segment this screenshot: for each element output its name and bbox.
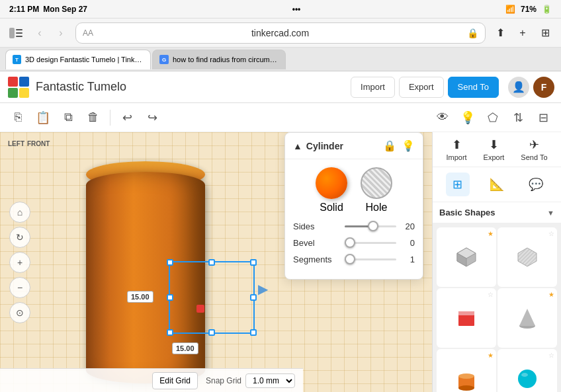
battery-display: 71% <box>521 5 537 14</box>
solid-option[interactable]: Solid <box>316 167 347 214</box>
export-action[interactable]: ⬇ Export <box>484 137 505 161</box>
tabs-button[interactable]: ⊞ <box>536 24 554 42</box>
bevel-thumb[interactable] <box>345 237 355 248</box>
handle-mr[interactable] <box>250 294 257 301</box>
svg-rect-2 <box>16 32 22 34</box>
ruler-view-btn[interactable]: 📐 <box>485 173 509 196</box>
back-button[interactable]: ‹ <box>30 24 49 42</box>
send-to-action[interactable]: ✈ Send To <box>521 137 547 161</box>
shape-red-box[interactable]: ☆ <box>437 288 496 348</box>
main-content: LEFT FRONT 15.00 15.00 ▶ ⌂ ↻ <box>0 132 561 392</box>
light-tool[interactable]: 💡 <box>456 106 479 129</box>
shapes-category-title: Basic Shapes <box>439 208 496 217</box>
tab-bar: T 3D design Fantastic Tumelo | Tinkercad… <box>0 48 561 71</box>
tinkercad-logo <box>7 75 30 99</box>
url-text: tinkercad.com <box>97 28 463 38</box>
paste-button[interactable]: 📋 <box>32 106 54 129</box>
selection-box[interactable] <box>169 261 255 334</box>
hole-option[interactable]: Hole <box>361 167 392 214</box>
send-to-button[interactable]: Send To <box>448 77 499 98</box>
app-title: Fantastic Tumelo <box>36 80 345 94</box>
view-label: LEFT FRONT <box>8 140 50 147</box>
solid-label: Solid <box>320 202 343 214</box>
sides-slider[interactable] <box>345 225 396 227</box>
shape-sphere-teal[interactable]: ☆ <box>497 349 557 392</box>
shapes-category-dropdown[interactable]: ▼ <box>547 209 554 217</box>
undo-button[interactable]: ↩ <box>116 106 138 129</box>
fit-view-button[interactable]: ⊙ <box>9 302 30 323</box>
dimension-bottom: 15.00 <box>172 342 198 354</box>
svg-marker-13 <box>519 309 535 326</box>
url-bar[interactable]: AA tinkercad.com 🔒 <box>75 22 486 44</box>
handle-tr[interactable] <box>250 259 257 266</box>
handle-tm[interactable] <box>208 259 215 266</box>
browser-bar: ‹ › AA tinkercad.com 🔒 ⬆ + ⊞ <box>0 19 561 48</box>
align-tool[interactable]: ⊟ <box>532 106 554 129</box>
handle-bl[interactable] <box>167 329 173 336</box>
camera-tool[interactable]: 👁 <box>431 106 454 129</box>
delete-button[interactable]: 🗑 <box>82 106 105 129</box>
wifi-icon: 📶 <box>505 5 515 14</box>
star-icon-4: ★ <box>488 352 494 359</box>
shape-tool[interactable]: ⬠ <box>482 106 504 129</box>
battery-icon: 🔋 <box>542 5 552 14</box>
shape-rough-cube[interactable]: ★ <box>437 227 496 287</box>
import-action[interactable]: ⬆ Import <box>446 137 466 161</box>
handle-bm[interactable] <box>208 329 215 336</box>
top-actions: ⬆ Import ⬇ Export ✈ Send To <box>433 132 561 167</box>
handle-br[interactable] <box>250 329 257 336</box>
svg-rect-1 <box>16 29 22 30</box>
panel-collapse-icon[interactable]: ▲ <box>293 141 302 151</box>
import-button[interactable]: Import <box>351 77 395 98</box>
zoom-in-button[interactable]: + <box>9 252 30 273</box>
duplicate-button[interactable]: ⧉ <box>57 106 79 129</box>
sides-thumb[interactable] <box>368 221 378 231</box>
redo-button[interactable]: ↪ <box>141 106 163 129</box>
shape-svg-0 <box>452 243 481 272</box>
toolbar-separator <box>110 110 110 126</box>
avatar[interactable]: F <box>533 77 554 98</box>
tab-google[interactable]: G how to find radius from circumference … <box>152 50 286 69</box>
user-icon[interactable]: 👤 <box>508 77 529 98</box>
shape-cone-gray[interactable]: ★ <box>497 288 557 348</box>
copy-button[interactable]: ⎘ <box>7 106 29 129</box>
bevel-slider[interactable] <box>345 242 396 244</box>
sides-value: 20 <box>402 221 415 231</box>
panel-bulb-icon[interactable]: 💡 <box>402 139 415 152</box>
tab-tinkercad[interactable]: T 3D design Fantastic Tumelo | Tinkercad <box>5 50 151 69</box>
handle-ml[interactable] <box>167 294 173 301</box>
sidebar-toggle[interactable] <box>7 24 25 42</box>
star-icon-0: ★ <box>488 230 494 237</box>
handle-red[interactable] <box>196 305 204 313</box>
snap-grid-dropdown[interactable]: 1.0 mm 0.5 mm 2.0 mm <box>245 373 295 388</box>
grid-view-btn[interactable]: ⊞ <box>446 173 470 196</box>
panel-lock-icon[interactable]: 🔒 <box>383 139 396 152</box>
shape-cylinder-orange[interactable]: ★ <box>437 349 496 392</box>
bevel-value: 0 <box>402 238 415 248</box>
comment-view-btn[interactable]: 💬 <box>524 173 548 196</box>
export-button[interactable]: Export <box>399 77 444 98</box>
send-icon: ✈ <box>529 137 539 152</box>
handle-tl[interactable] <box>167 259 173 266</box>
canvas-area[interactable]: LEFT FRONT 15.00 15.00 ▶ ⌂ ↻ <box>0 132 432 392</box>
share-button[interactable]: ⬆ <box>491 24 509 42</box>
lock-icon: 🔒 <box>467 28 478 38</box>
zoom-out-button[interactable]: − <box>9 277 30 298</box>
segments-slider[interactable] <box>345 258 396 260</box>
segments-row: Segments 1 <box>293 255 415 264</box>
app-bar: Fantastic Tumelo Import Export Send To 👤… <box>0 71 561 103</box>
rotate-view-button[interactable]: ↻ <box>9 227 30 248</box>
home-view-button[interactable]: ⌂ <box>9 202 30 223</box>
bottom-bar: Edit Grid Snap Grid 1.0 mm 0.5 mm 2.0 mm <box>0 368 303 392</box>
new-tab-button[interactable]: + <box>513 24 532 42</box>
mirror-tool[interactable]: ⇅ <box>507 106 529 129</box>
segments-thumb[interactable] <box>345 254 355 264</box>
shape-svg-2 <box>452 303 481 333</box>
hole-circle <box>361 167 392 199</box>
svg-rect-11 <box>458 311 474 315</box>
shape-cube-striped[interactable]: ☆ <box>497 227 557 287</box>
status-bar: 2:11 PM Mon Sep 27 ••• 📶 71% 🔋 <box>0 0 561 19</box>
panel-header: ▲ Cylinder 🔒 💡 <box>285 133 423 159</box>
forward-button[interactable]: › <box>52 24 70 42</box>
edit-grid-button[interactable]: Edit Grid <box>152 372 198 389</box>
